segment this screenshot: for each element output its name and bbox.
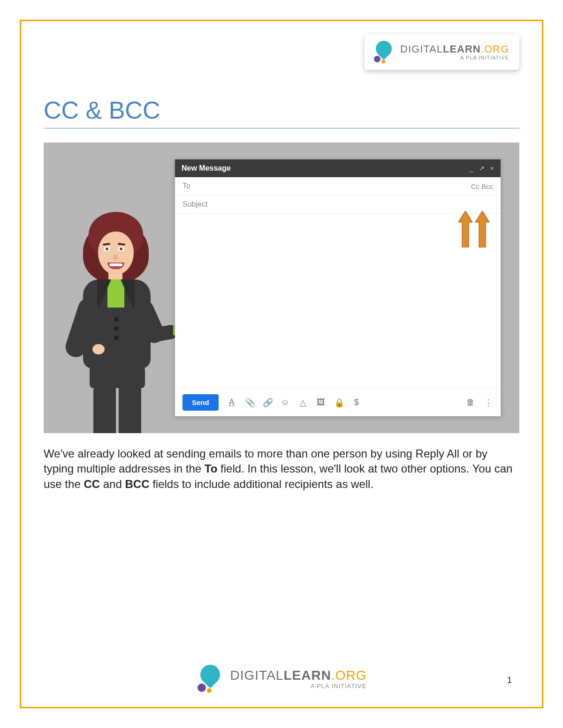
logo-word-org: .ORG <box>331 668 367 683</box>
compose-window: New Message _ ↗ × To Cc Bcc Subject <box>175 159 501 416</box>
subject-row[interactable]: Subject <box>175 195 501 214</box>
pointer-arrow-icon <box>475 211 489 248</box>
format-icon[interactable]: A <box>227 398 236 407</box>
para-bold-bcc: BCC <box>125 478 149 490</box>
instructor-avatar <box>62 199 170 433</box>
para-bold-to: To <box>205 462 218 475</box>
logo-text: DIGITALLEARN.ORG A PLA INITIATIVE <box>400 44 509 60</box>
emoji-icon[interactable]: ☺ <box>281 398 290 407</box>
logo-word-org: .ORG <box>481 43 509 55</box>
compose-titlebar: New Message _ ↗ × <box>175 159 501 177</box>
logo-word-learn: LEARN <box>283 668 331 683</box>
drive-icon[interactable]: △ <box>298 398 308 408</box>
send-button[interactable]: Send <box>183 394 219 411</box>
link-icon[interactable]: 🔗 <box>263 398 272 408</box>
logo-word-digital: DIGITAL <box>400 43 443 55</box>
logo-mark-icon <box>373 41 396 63</box>
title-rule <box>44 128 519 128</box>
expand-icon[interactable]: ↗ <box>479 165 485 172</box>
footer-logo: DIGITALLEARN.ORG A PLA INITIATIVE <box>21 665 542 693</box>
page-number: 1 <box>507 675 512 685</box>
minimize-icon[interactable]: _ <box>470 165 473 172</box>
para-text: and <box>100 478 125 490</box>
close-icon[interactable]: × <box>490 165 494 172</box>
logo-tagline: A PLA INITIATIVE <box>400 55 509 60</box>
to-row[interactable]: To Cc Bcc <box>175 177 501 195</box>
lesson-paragraph: We've already looked at sending emails t… <box>44 446 519 492</box>
cc-link[interactable]: Cc <box>471 182 479 190</box>
subject-label: Subject <box>183 200 207 209</box>
photo-icon[interactable]: 🖼 <box>316 398 326 407</box>
logo-tagline: A PLA INITIATIVE <box>230 683 367 689</box>
logo-card-top: DIGITALLEARN.ORG A PLA INITIATIVE <box>365 34 519 70</box>
logo-mark-icon <box>197 665 225 693</box>
pointer-arrow-icon <box>458 211 472 248</box>
trash-icon[interactable]: 🗑 <box>466 398 475 407</box>
attach-icon[interactable]: 📎 <box>245 398 254 408</box>
page-title: CC & BCC <box>44 96 519 124</box>
bcc-link[interactable]: Bcc <box>481 182 493 190</box>
confidential-icon[interactable]: 🔒 <box>334 398 343 408</box>
more-icon[interactable]: ⋮ <box>484 398 493 408</box>
screenshot-figure: New Message _ ↗ × To Cc Bcc Subject <box>44 143 519 433</box>
logo-word-learn: LEARN <box>443 43 481 55</box>
compose-toolbar: Send A 📎 🔗 ☺ △ 🖼 🔒 $ 🗑 ⋮ <box>175 388 501 416</box>
compose-body[interactable] <box>175 214 501 388</box>
logo-text: DIGITALLEARN.ORG A PLA INITIATIVE <box>230 669 367 689</box>
logo-word-digital: DIGITAL <box>230 668 284 683</box>
para-text: fields to include additional recipients … <box>149 478 373 490</box>
to-label: To <box>183 182 190 190</box>
compose-title: New Message <box>182 164 231 173</box>
para-bold-cc: CC <box>84 478 100 490</box>
money-icon[interactable]: $ <box>352 398 361 407</box>
